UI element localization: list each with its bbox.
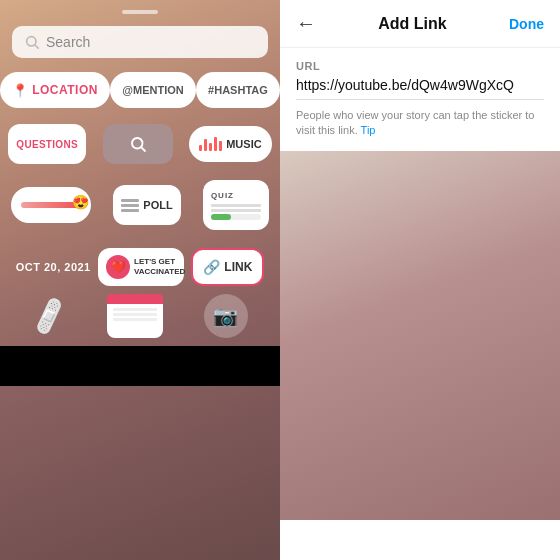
mention-label: @MENTION — [122, 84, 183, 96]
quiz-progress-fill — [211, 214, 231, 220]
svg-line-1 — [35, 45, 39, 49]
countdown-lines — [111, 306, 159, 323]
search-box-icon — [129, 135, 147, 153]
right-background — [280, 151, 560, 520]
poll-lines-icon — [121, 199, 139, 212]
quiz-label: QUIZ — [211, 191, 234, 200]
search-bar[interactable]: Search — [12, 26, 268, 58]
svg-line-3 — [141, 147, 145, 151]
countdown-sticker[interactable] — [107, 294, 163, 338]
vaccinated-sticker[interactable]: ❤️ LET'S GET VACCINATED — [98, 248, 184, 286]
music-bars-icon — [199, 137, 222, 151]
top-bar: ← Add Link Done — [280, 0, 560, 48]
left-bottom-bar — [0, 346, 280, 386]
svg-point-0 — [27, 37, 36, 46]
bottom-row-2: 🩹 📷 — [0, 290, 280, 346]
quiz-lines — [211, 204, 261, 212]
music-sticker[interactable]: MUSIC — [189, 126, 271, 162]
poll-label: POLL — [143, 199, 172, 211]
page-title: Add Link — [378, 15, 446, 33]
location-label: LOCATION — [32, 83, 98, 97]
left-content: Search 📍 LOCATION @MENTION #HASHTAG QUES… — [0, 0, 280, 560]
link-chain-icon: 🔗 — [203, 259, 220, 275]
url-field-label: URL — [296, 60, 544, 72]
left-panel: Search 📍 LOCATION @MENTION #HASHTAG QUES… — [0, 0, 280, 560]
right-bottom-bar — [280, 520, 560, 560]
pin-icon: 📍 — [12, 83, 28, 98]
date-sticker: OCT 20, 2021 — [16, 261, 91, 273]
url-hint-text: People who view your story can tap the s… — [296, 108, 544, 139]
vacc-line2: VACCINATED — [134, 267, 176, 277]
svg-point-2 — [132, 138, 143, 149]
search-placeholder: Search — [46, 34, 90, 50]
location-sticker[interactable]: 📍 LOCATION — [0, 72, 110, 108]
right-panel: ← Add Link Done URL People who view your… — [280, 0, 560, 560]
url-hint-main: People who view your story can tap the s… — [296, 109, 534, 136]
link-sticker[interactable]: 🔗 LINK — [191, 248, 264, 286]
back-button[interactable]: ← — [296, 12, 316, 35]
vaccinated-text: LET'S GET VACCINATED — [134, 257, 176, 276]
done-button[interactable]: Done — [509, 16, 544, 32]
sticker-row-3: 😍 POLL QUIZ — [0, 176, 280, 234]
camera-sticker[interactable]: 📷 — [204, 294, 248, 338]
questions-label: QUESTIONS — [16, 139, 78, 150]
countdown-header — [107, 294, 163, 304]
hashtag-sticker[interactable]: #HASHTAG — [196, 72, 280, 108]
tip-link[interactable]: Tip — [361, 124, 376, 136]
sticker-row-1: 📍 LOCATION @MENTION #HASHTAG — [0, 68, 280, 112]
slider-track: 😍 — [21, 202, 81, 208]
drag-handle[interactable] — [122, 10, 158, 14]
mention-sticker[interactable]: @MENTION — [110, 72, 195, 108]
heart-icon: ❤️ — [106, 255, 130, 279]
search-box-sticker[interactable] — [103, 124, 173, 164]
quiz-sticker[interactable]: QUIZ — [203, 180, 269, 230]
url-input[interactable] — [296, 77, 544, 100]
slider-emoji: 😍 — [72, 194, 89, 210]
music-label: MUSIC — [226, 138, 261, 150]
hashtag-label: #HASHTAG — [208, 84, 268, 96]
search-icon — [24, 34, 40, 50]
bottom-row-1: OCT 20, 2021 ❤️ LET'S GET VACCINATED 🔗 L… — [0, 242, 280, 290]
link-label: LINK — [224, 260, 252, 274]
emoji-slider-sticker[interactable]: 😍 — [11, 187, 91, 223]
camera-icon: 📷 — [213, 304, 238, 328]
sticker-row-2: QUESTIONS MUSIC — [0, 120, 280, 168]
bandaid-sticker[interactable]: 🩹 — [28, 295, 72, 338]
vacc-line1: LET'S GET — [134, 257, 176, 267]
add-link-form: URL People who view your story can tap t… — [280, 48, 560, 151]
poll-sticker[interactable]: POLL — [113, 185, 180, 225]
questions-sticker[interactable]: QUESTIONS — [8, 124, 86, 164]
quiz-progress-bg — [211, 214, 261, 220]
